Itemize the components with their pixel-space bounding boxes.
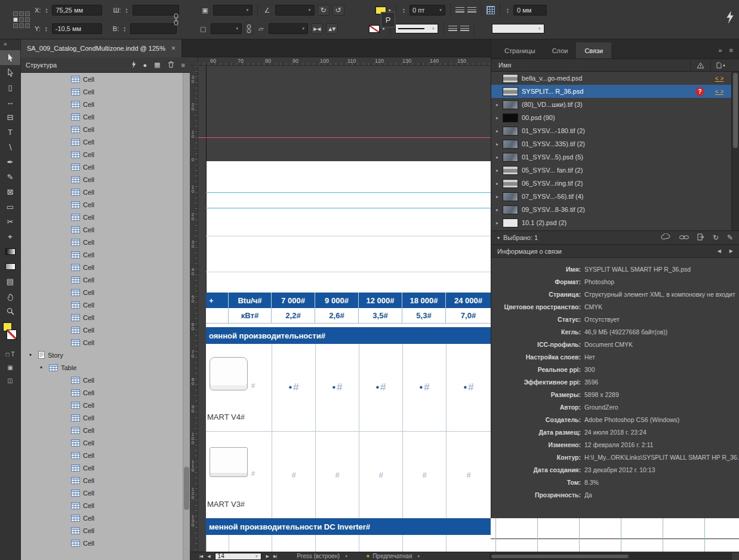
baseline-grid-icon[interactable] (486, 6, 495, 14)
structure-node-cell[interactable]: Cell (21, 110, 183, 123)
structure-node-cell[interactable]: Cell (21, 161, 183, 173)
direct-selection-tool[interactable] (0, 65, 20, 80)
structure-node-story[interactable]: ▾Story (21, 349, 183, 361)
structure-node-cell[interactable]: Cell (21, 411, 183, 424)
proxy-dot[interactable] (19, 11, 24, 16)
structure-node-cell[interactable]: Cell (21, 211, 183, 223)
structure-node-cell[interactable]: Cell (21, 399, 183, 411)
link-row[interactable]: ▸06_SYSV...ring.tif (2) (491, 177, 739, 190)
next-page-button[interactable]: ▶ (266, 554, 269, 559)
offset-stepper[interactable]: ▲▼ (505, 8, 510, 13)
structure-node-cell[interactable]: Cell (21, 186, 183, 198)
links-scrollbar[interactable] (731, 72, 739, 230)
align-left-icon[interactable] (455, 7, 464, 14)
prev-link-icon[interactable]: ◀ (718, 248, 721, 254)
name-column-header[interactable]: Имя (498, 61, 511, 69)
proxy-dot[interactable] (19, 23, 24, 28)
structure-node-cell[interactable]: Cell (21, 324, 183, 336)
table-cell[interactable]: •# (359, 344, 402, 431)
structure-node-cell[interactable]: Cell (21, 273, 183, 286)
preflight-status[interactable]: Предпечатная ▼ (366, 553, 420, 559)
chevron-down-icon[interactable]: ▾ (497, 235, 500, 241)
structure-node-cell[interactable]: Cell (21, 98, 183, 110)
table-header-cell[interactable]: 24 000# (446, 293, 491, 308)
proxy-dot-selected[interactable] (13, 17, 18, 22)
link-row[interactable]: ▸05_SYSV... fan.tif (2) (491, 164, 739, 177)
link-row[interactable]: bella_v...go-med.psd< > (491, 72, 739, 85)
proxy-dot[interactable] (25, 11, 30, 16)
link-info-header[interactable]: Информация о связи ◀ ▶ (491, 245, 739, 258)
collapse-panels-icon[interactable]: » (718, 47, 722, 54)
trash-icon[interactable] (168, 61, 174, 69)
rotation-angle-combo[interactable]: ▼ (275, 5, 315, 16)
stroke-color-swatch[interactable] (369, 25, 380, 33)
zoom-tool[interactable] (0, 304, 20, 319)
table-product-row[interactable]: #MART V3###### (206, 431, 491, 518)
table-header-cell[interactable]: 7 000# (272, 293, 315, 308)
link-row[interactable]: ▸01_SYSV...-180.tif (2) (491, 124, 739, 137)
horizontal-scrollbar[interactable] (489, 553, 731, 559)
constrain-dimensions-link-icon[interactable] (172, 13, 180, 27)
chevron-right-icon[interactable]: ▸ (496, 168, 503, 173)
table-cell[interactable]: •# (272, 344, 315, 431)
note-tool[interactable]: ▤ (0, 274, 20, 289)
stroke-swatch[interactable] (7, 330, 17, 340)
scale-y-combo[interactable]: ▼ (211, 23, 242, 34)
add-element-icon[interactable]: ● (143, 61, 147, 69)
free-transform-tool[interactable]: ⌖ (0, 229, 20, 244)
document-tab[interactable]: SA_009_Catalog_CondMultizone.indd @ 125%… (21, 39, 182, 57)
rectangle-tool[interactable]: ▭ (0, 199, 20, 214)
table-cell[interactable]: 3,5# (359, 308, 402, 323)
structure-node-cell[interactable]: Cell (21, 311, 183, 324)
object-style-combo[interactable]: ▼ (492, 24, 544, 33)
product-cell[interactable]: #MART V4# (206, 344, 272, 431)
apply-color-icon[interactable]: ▣ (7, 364, 13, 371)
table-header-cell[interactable]: 9 000# (315, 293, 359, 308)
link-row[interactable]: SYSPLIT... R_36.psd?< > (491, 85, 739, 98)
table-cell[interactable]: •# (315, 344, 359, 431)
structure-node-cell[interactable]: Cell (21, 336, 183, 349)
panel-menu-icon[interactable]: ≡ (181, 61, 185, 69)
go-to-link-icon[interactable] (697, 233, 704, 242)
structure-node-cell[interactable]: Cell (21, 386, 183, 399)
tab-layers[interactable]: Слои (544, 42, 577, 59)
table-cell[interactable]: # (272, 432, 315, 518)
distribute-icon[interactable] (460, 26, 469, 32)
line-tool[interactable]: ∖ (0, 140, 20, 155)
chevron-right-icon[interactable]: ▸ (496, 220, 503, 226)
show-tags-icon[interactable]: ▦ (154, 61, 160, 69)
collapse-tools-icon[interactable]: » (0, 39, 20, 50)
reference-point-proxy[interactable] (13, 11, 30, 28)
offset-input[interactable]: 0 мм (513, 5, 547, 16)
structure-node-cell[interactable]: Cell (21, 236, 183, 248)
status-column-header[interactable] (690, 59, 710, 72)
link-row[interactable]: ▸(80)_VD...шки).tif (3) (491, 98, 739, 111)
structure-node-cell[interactable]: Cell (21, 436, 183, 449)
x-stepper[interactable]: ▲▼ (44, 8, 49, 13)
next-link-icon[interactable]: ▶ (729, 248, 733, 254)
structure-node-cell[interactable]: Cell (21, 148, 183, 161)
shear-angle-combo[interactable]: ▼ (269, 23, 308, 34)
missing-link-badge[interactable]: ? (695, 87, 704, 96)
structure-node-cell[interactable]: Cell (21, 374, 183, 386)
table-cell[interactable]: # (446, 432, 491, 518)
tab-links[interactable]: Связи (576, 42, 611, 59)
edit-original-icon[interactable]: ✎ (727, 233, 733, 242)
structure-node-cell[interactable]: Cell (21, 299, 183, 311)
x-input[interactable]: 75,25 мм (52, 5, 102, 16)
table-cell[interactable]: # (315, 432, 359, 518)
scrollbar-thumb[interactable] (733, 73, 738, 148)
hand-tool[interactable] (0, 289, 20, 304)
stroke-type-combo[interactable]: ▼ (395, 24, 438, 33)
table-cell[interactable]: # (402, 432, 446, 518)
link-row[interactable]: ▸07_SYSV...-56).tif (4) (491, 190, 739, 203)
p-proxy-button[interactable]: P (381, 12, 395, 27)
align-center-icon[interactable] (467, 7, 476, 14)
scissors-tool[interactable]: ✂ (0, 214, 20, 229)
structure-node-cell[interactable]: Cell (21, 261, 183, 273)
structure-node-cell[interactable]: Cell (21, 424, 183, 436)
structure-node-cell[interactable]: Cell (21, 461, 183, 474)
formatting-text-icon[interactable]: T (11, 351, 14, 358)
selection-tool[interactable] (0, 50, 20, 65)
chevron-right-icon[interactable]: ▸ (496, 194, 503, 199)
